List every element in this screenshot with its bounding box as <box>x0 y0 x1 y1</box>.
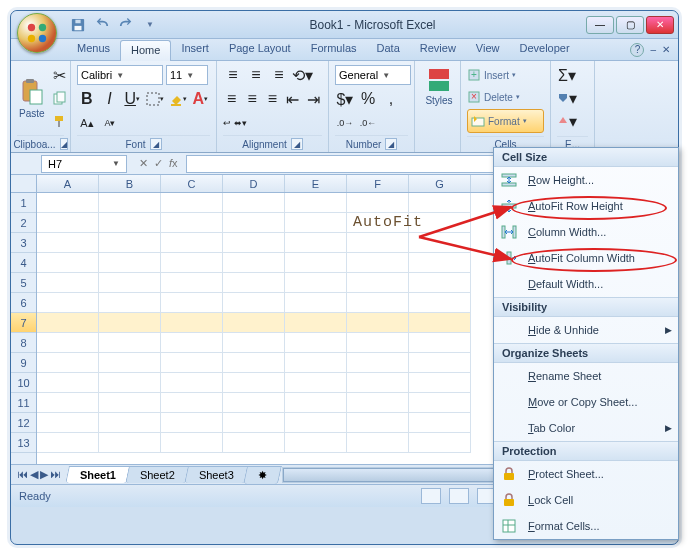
sheet-tab-1[interactable]: Sheet1 <box>65 466 131 483</box>
merge-center-icon[interactable]: ⬌▾ <box>234 113 247 133</box>
cell-D11[interactable] <box>223 393 285 413</box>
tab-view[interactable]: View <box>466 39 510 60</box>
cell-B2[interactable] <box>99 213 161 233</box>
align-left-icon[interactable]: ≡ <box>223 89 240 109</box>
cell-E9[interactable] <box>285 353 347 373</box>
cell-D12[interactable] <box>223 413 285 433</box>
cell-E11[interactable] <box>285 393 347 413</box>
cell-E7[interactable] <box>285 313 347 333</box>
tab-menus[interactable]: Menus <box>67 39 120 60</box>
menu-item-format-cells-[interactable]: Format Cells... <box>494 513 678 539</box>
cell-A10[interactable] <box>37 373 99 393</box>
cell-B7[interactable] <box>99 313 161 333</box>
new-sheet-tab[interactable]: ✸ <box>243 466 282 484</box>
menu-item-hide-unhide[interactable]: Hide & Unhide▶ <box>494 317 678 343</box>
qat-dropdown-icon[interactable]: ▼ <box>141 16 159 34</box>
col-header-E[interactable]: E <box>285 175 347 192</box>
tab-review[interactable]: Review <box>410 39 466 60</box>
help-icon[interactable]: ? <box>630 43 644 57</box>
row-header-11[interactable]: 11 <box>11 393 36 413</box>
cell-G13[interactable] <box>409 433 471 453</box>
cell-E13[interactable] <box>285 433 347 453</box>
row-header-2[interactable]: 2 <box>11 213 36 233</box>
cell-F5[interactable] <box>347 273 409 293</box>
align-center-icon[interactable]: ≡ <box>243 89 260 109</box>
cell-F13[interactable] <box>347 433 409 453</box>
cell-E6[interactable] <box>285 293 347 313</box>
row-header-10[interactable]: 10 <box>11 373 36 393</box>
col-header-B[interactable]: B <box>99 175 161 192</box>
number-format-combo[interactable]: General▼ <box>335 65 411 85</box>
cell-B6[interactable] <box>99 293 161 313</box>
cell-E4[interactable] <box>285 253 347 273</box>
save-icon[interactable] <box>69 16 87 34</box>
cell-B1[interactable] <box>99 193 161 213</box>
menu-item-move-or-copy-sheet-[interactable]: Move or Copy Sheet... <box>494 389 678 415</box>
paste-button[interactable]: Paste <box>17 76 47 121</box>
sheet-tab-3[interactable]: Sheet3 <box>184 466 248 483</box>
align-bottom-icon[interactable]: ≡ <box>269 65 289 85</box>
sheet-tab-2[interactable]: Sheet2 <box>125 466 189 483</box>
tab-home[interactable]: Home <box>120 40 171 61</box>
delete-cells-button[interactable]: ×Delete▾ <box>467 87 520 107</box>
increase-decimal-icon[interactable]: .0→ <box>335 113 355 133</box>
underline-button[interactable]: U▾ <box>122 89 142 109</box>
menu-item-autofit-column-width[interactable]: AutoFit Column Width <box>494 245 678 271</box>
align-top-icon[interactable]: ≡ <box>223 65 243 85</box>
clear-icon[interactable]: ▾ <box>557 111 577 131</box>
maximize-button[interactable]: ▢ <box>616 16 644 34</box>
cell-C5[interactable] <box>161 273 223 293</box>
cell-B3[interactable] <box>99 233 161 253</box>
bold-button[interactable]: B <box>77 89 97 109</box>
menu-item-column-width-[interactable]: Column Width... <box>494 219 678 245</box>
align-right-icon[interactable]: ≡ <box>264 89 281 109</box>
col-header-D[interactable]: D <box>223 175 285 192</box>
wrap-text-icon[interactable]: ↩ <box>223 113 231 133</box>
first-sheet-icon[interactable]: ⏮ <box>17 468 28 481</box>
cell-E2[interactable] <box>285 213 347 233</box>
cell-C4[interactable] <box>161 253 223 273</box>
col-header-A[interactable]: A <box>37 175 99 192</box>
cell-F4[interactable] <box>347 253 409 273</box>
cell-A11[interactable] <box>37 393 99 413</box>
row-header-5[interactable]: 5 <box>11 273 36 293</box>
cell-B9[interactable] <box>99 353 161 373</box>
cell-A4[interactable] <box>37 253 99 273</box>
cell-F10[interactable] <box>347 373 409 393</box>
cell-B8[interactable] <box>99 333 161 353</box>
menu-item-row-height-[interactable]: Row Height... <box>494 167 678 193</box>
comma-format-icon[interactable]: , <box>381 89 401 109</box>
cell-F6[interactable] <box>347 293 409 313</box>
row-header-13[interactable]: 13 <box>11 433 36 453</box>
cell-G12[interactable] <box>409 413 471 433</box>
cell-B13[interactable] <box>99 433 161 453</box>
styles-button[interactable]: Styles <box>421 65 457 108</box>
cell-G8[interactable] <box>409 333 471 353</box>
page-layout-view-button[interactable] <box>449 488 469 504</box>
cell-A6[interactable] <box>37 293 99 313</box>
cell-G4[interactable] <box>409 253 471 273</box>
cell-G3[interactable] <box>409 233 471 253</box>
cell-F11[interactable] <box>347 393 409 413</box>
copy-icon[interactable] <box>50 88 70 108</box>
cell-G6[interactable] <box>409 293 471 313</box>
menu-item-protect-sheet-[interactable]: Protect Sheet... <box>494 461 678 487</box>
cell-F9[interactable] <box>347 353 409 373</box>
cell-G7[interactable] <box>409 313 471 333</box>
cell-F7[interactable] <box>347 313 409 333</box>
cell-D3[interactable] <box>223 233 285 253</box>
prev-sheet-icon[interactable]: ◀ <box>30 468 38 481</box>
cell-D8[interactable] <box>223 333 285 353</box>
shrink-font-icon[interactable]: A▾ <box>100 113 120 133</box>
row-header-6[interactable]: 6 <box>11 293 36 313</box>
cell-G1[interactable] <box>409 193 471 213</box>
cell-A1[interactable] <box>37 193 99 213</box>
select-all-corner[interactable] <box>11 175 37 193</box>
cell-A2[interactable] <box>37 213 99 233</box>
clipboard-dialog-launcher[interactable]: ◢ <box>60 138 68 150</box>
decrease-indent-icon[interactable]: ⇤ <box>284 89 301 109</box>
col-header-F[interactable]: F <box>347 175 409 192</box>
close-button[interactable]: ✕ <box>646 16 674 34</box>
insert-cells-button[interactable]: +Insert▾ <box>467 65 516 85</box>
cell-D9[interactable] <box>223 353 285 373</box>
